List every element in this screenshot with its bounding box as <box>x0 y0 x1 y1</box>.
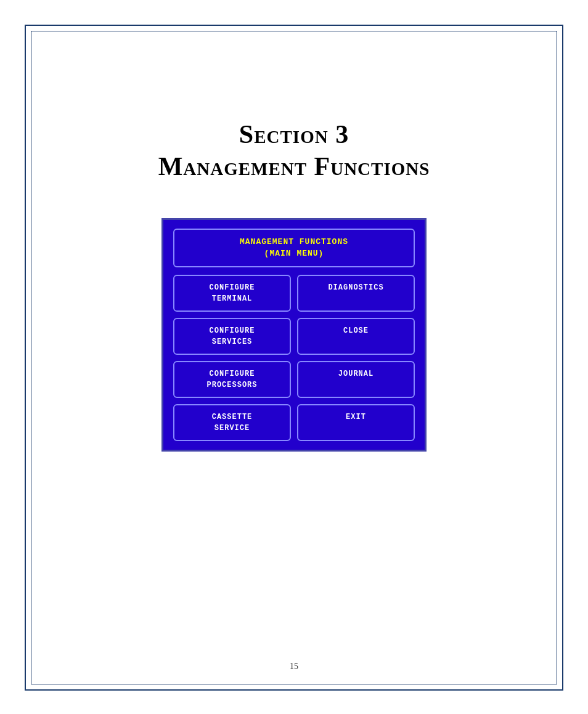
cassette-service-button[interactable]: CASSETTE SERVICE <box>173 404 291 441</box>
outer-border: Section 3 Management Functions MANAGEMEN… <box>25 25 563 691</box>
title-line1: Section 3 <box>158 118 430 152</box>
diagnostics-button[interactable]: DIAGNOSTICS <box>297 275 415 312</box>
page: Section 3 Management Functions MANAGEMEN… <box>0 0 588 714</box>
menu-grid: CONFIGURE TERMINAL DIAGNOSTICS CONFIGURE… <box>173 275 415 441</box>
menu-title-text: MANAGEMENT FUNCTIONS (MAIN MENU) <box>182 236 406 260</box>
atm-screen: MANAGEMENT FUNCTIONS (MAIN MENU) CONFIGU… <box>161 218 427 452</box>
inner-border: Section 3 Management Functions MANAGEMEN… <box>31 31 557 684</box>
menu-title-box: MANAGEMENT FUNCTIONS (MAIN MENU) <box>173 229 415 267</box>
title-line2: Management Functions <box>158 152 430 181</box>
page-number: 15 <box>290 662 298 671</box>
configure-services-button[interactable]: CONFIGURE SERVICES <box>173 318 291 355</box>
configure-terminal-button[interactable]: CONFIGURE TERMINAL <box>173 275 291 312</box>
close-button[interactable]: CLOSE <box>297 318 415 355</box>
exit-button[interactable]: EXIT <box>297 404 415 441</box>
configure-processors-button[interactable]: CONFIGURE PROCESSORS <box>173 361 291 398</box>
section-title: Section 3 Management Functions <box>158 118 430 181</box>
journal-button[interactable]: JOURNAL <box>297 361 415 398</box>
